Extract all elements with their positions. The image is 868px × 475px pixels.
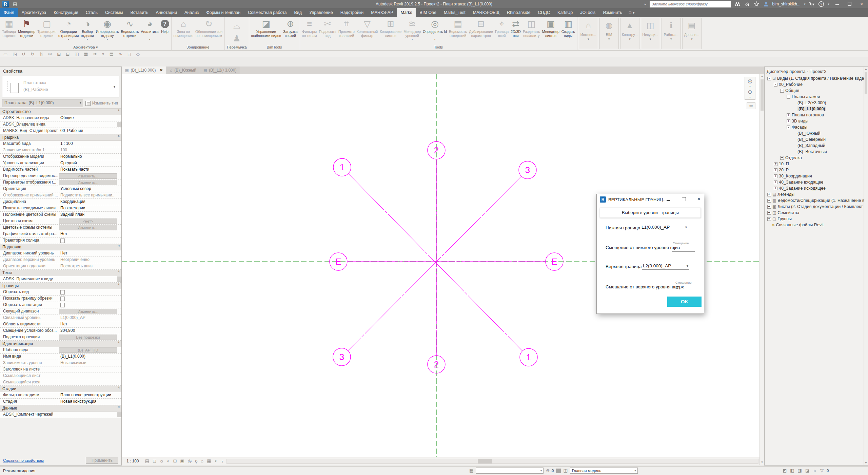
property-value[interactable]: План после реконструкции	[58, 392, 121, 398]
expand-icon[interactable]: +	[774, 180, 777, 184]
ribbon-button-Загрузка[interactable]: ⊕Загрузка связей	[282, 18, 298, 38]
browser-item-(B)_Южный[interactable]: (B)_Южный	[766, 130, 868, 136]
property-value[interactable]	[58, 412, 121, 418]
property-value[interactable]: Нет	[58, 250, 121, 256]
crop-icon[interactable]: ⊡	[173, 458, 177, 464]
sheet-tool-icon[interactable]: ▤	[110, 52, 114, 57]
type-selector-arrow-icon[interactable]: ▾	[114, 76, 119, 97]
property-value[interactable]: 00_Рабочие	[58, 128, 121, 134]
property-value[interactable]: Независимый	[58, 360, 121, 366]
tab-формы-и-генплан[interactable]: Формы и генплан	[202, 8, 244, 17]
tab-rhino-inside[interactable]: Rhino.Inside	[503, 8, 534, 17]
property-section-Текст[interactable]: Текст«	[0, 270, 121, 276]
shadows-icon[interactable]: ◐	[167, 458, 170, 464]
collapsed-panel-Констру...[interactable]: ▲Констру...▼	[620, 18, 639, 49]
scroll-thumb[interactable]	[865, 72, 867, 94]
tab-спдс[interactable]: СПДС	[534, 8, 554, 17]
property-value[interactable]: <нет>	[58, 218, 121, 224]
toolbar-expand-icon[interactable]: ▸	[645, 2, 646, 6]
browser-item-Связанные файлы Revit[interactable]: ∞Связанные файлы Revit	[766, 222, 868, 228]
ribbon-button-Управление[interactable]: ◪Управление шаблонами видов	[250, 18, 282, 38]
hide-isolate-icon[interactable]: ◎	[188, 458, 192, 464]
active-workset-select[interactable]: ▾	[476, 468, 544, 474]
modify-menu-icon[interactable]: ⊡ ▾	[629, 8, 635, 17]
tab-вид[interactable]: Вид	[291, 8, 306, 17]
apply-button[interactable]: Применить	[86, 457, 118, 464]
expand-icon[interactable]: +	[767, 211, 771, 215]
scroll-down-icon[interactable]: ▼	[760, 460, 764, 465]
ribbon-button-Зона по[interactable]: ⌂Зона по помещению	[173, 18, 194, 38]
ribbon-button-Разделить[interactable]: ◫Разделить пол/плиту	[522, 18, 541, 38]
ribbon-button-Выбор[interactable]: ◑Выбор отделки▼	[80, 18, 95, 40]
tab-системы[interactable]: Системы	[101, 8, 126, 17]
navbar-collapse-icon[interactable]: ▭	[747, 102, 755, 109]
collapse-icon[interactable]: -	[787, 95, 790, 99]
property-section-Стадии[interactable]: Стадии«	[0, 386, 121, 392]
design-option-select[interactable]: Главная модель▾	[570, 468, 638, 474]
dialog-minimize-button[interactable]	[665, 196, 672, 202]
browser-item-3D виды[interactable]: +3D виды	[766, 118, 868, 124]
design-options-icon[interactable]: ◫	[563, 468, 567, 474]
scroll-up-icon[interactable]: ▲	[760, 74, 764, 79]
view-tab-(B)_Южный[interactable]: ⌂(B)_Южный	[167, 66, 200, 74]
property-section-Подложка[interactable]: Подложка«	[0, 244, 121, 250]
edit-type-button[interactable]: Изменить тип	[85, 101, 119, 106]
warn-c-icon[interactable]: ◨	[798, 468, 802, 474]
browser-item-(B)_L1(0.000)[interactable]: (B)_L1(0.000)	[766, 106, 868, 112]
user-account-icon[interactable]	[763, 1, 769, 7]
property-section-Границы[interactable]: Границы«	[0, 283, 121, 289]
help-menu-arrow-icon[interactable]: ▾	[828, 2, 829, 6]
levels-tool-icon[interactable]: ≋	[93, 52, 97, 57]
property-value[interactable]	[58, 276, 121, 282]
canvas-horizontal-scrollbar[interactable]	[226, 459, 758, 464]
editing-requests-icon[interactable]: ⊚	[546, 468, 550, 474]
property-value[interactable]: Новая конструкция	[58, 399, 121, 405]
restore-button[interactable]	[845, 1, 854, 7]
grid-tool-icon[interactable]: ▦	[84, 52, 88, 57]
minus-grid-tool-icon[interactable]: ⊟	[66, 52, 70, 57]
property-section-Данные[interactable]: Данные«	[0, 405, 121, 412]
collapse-icon[interactable]: -	[774, 83, 777, 87]
browser-item-Семейства[interactable]: +◫Семейства	[766, 210, 868, 216]
view-props-icon[interactable]: ⌂	[201, 458, 203, 464]
ribbon-button-Менеджер[interactable]: ▣Менеджер листов	[541, 18, 560, 38]
ribbon-button-Траектория[interactable]: ▢Траектория отделки	[36, 18, 57, 38]
select-tool-icon[interactable]: ▭	[3, 52, 7, 57]
collapse-arrow-icon[interactable]: ‹	[222, 459, 223, 464]
worksharing-icon[interactable]: ▦	[207, 458, 211, 464]
tab-marks-test[interactable]: Marks_Test	[440, 8, 469, 17]
ribbon-button-Help[interactable]: ?Help	[160, 18, 170, 38]
expand-icon[interactable]: +	[774, 187, 777, 190]
sun-icon[interactable]: ☼	[813, 468, 817, 474]
checkbox[interactable]	[60, 303, 65, 307]
swap-tool-icon[interactable]: ⇅	[39, 52, 43, 57]
tab-marks-общ[interactable]: MARKS-ОБЩ	[469, 8, 503, 17]
property-value[interactable]	[58, 379, 121, 385]
property-value[interactable]	[58, 373, 121, 379]
property-value[interactable]: Показать части	[58, 167, 121, 173]
property-value-button[interactable]: <нет>	[59, 218, 117, 224]
link-status-icon[interactable]	[556, 469, 561, 473]
ribbon-tab-file[interactable]: Файл	[0, 8, 18, 17]
property-value[interactable]: 100	[58, 147, 121, 153]
browser-item-Общие[interactable]: -Общие	[766, 88, 868, 94]
favorites-star-icon[interactable]	[753, 1, 760, 7]
browser-item-Виды (1. Стадия проекта / Назначение вида)[interactable]: -⊡Виды (1. Стадия проекта / Назначение в…	[766, 75, 868, 81]
property-value-button[interactable]: Изменить...	[59, 173, 117, 179]
visual-style-icon[interactable]: ◻	[153, 458, 156, 464]
browse-button[interactable]	[117, 122, 121, 127]
property-value-button[interactable]: Изменить...	[59, 309, 117, 314]
ribbon-button-Фильтры[interactable]: ≡Фильтры по типам	[301, 18, 318, 38]
property-value[interactable]: Нет	[58, 321, 121, 327]
tab-управление[interactable]: Управление	[305, 8, 337, 17]
ribbon-button-Просмотр[interactable]: ⌗Просмотр коллизий	[337, 18, 356, 38]
ribbon-button-Граница[interactable]: ⌖Граница осей	[494, 18, 510, 38]
dialog-close-button[interactable]: ×	[695, 196, 703, 203]
property-value[interactable]	[58, 121, 121, 128]
property-value-button[interactable]: Без подрезки	[59, 335, 117, 340]
detail-level-icon[interactable]: ▤	[145, 458, 149, 464]
signed-in-user[interactable]: bim_shirokikh...	[772, 2, 801, 6]
property-value-button[interactable]: (B)_АР_ПЭ	[59, 347, 117, 353]
property-value[interactable]: Без подрезки	[58, 334, 121, 340]
tab-сталь[interactable]: Сталь	[82, 8, 101, 17]
